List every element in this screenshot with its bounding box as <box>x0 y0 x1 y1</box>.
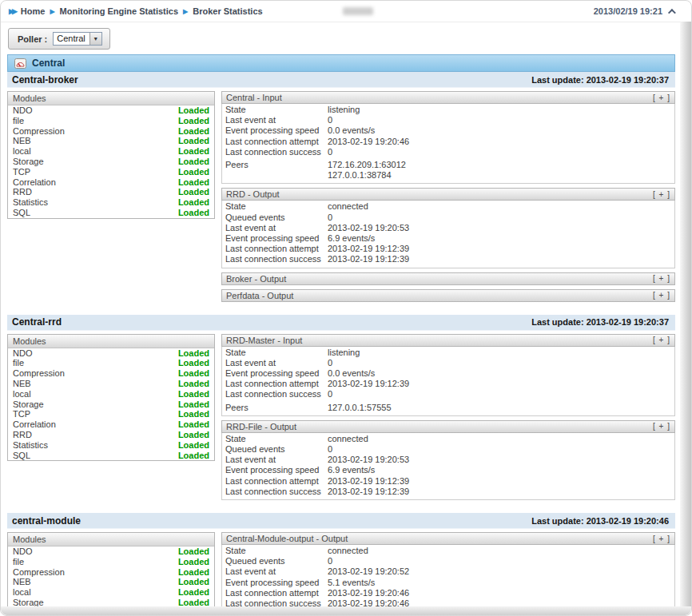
stat-label: Queued events <box>225 556 328 566</box>
stat-label: Last event at <box>225 223 328 233</box>
panel-header[interactable]: RRD-Master - Input[ + ] <box>221 334 675 347</box>
stat-label: Last event at <box>225 358 328 368</box>
panel-header[interactable]: RRD - Output[ + ] <box>221 188 675 201</box>
stat-row: 127.0.0.1:38784 <box>225 170 671 181</box>
module-name: file <box>13 358 24 368</box>
stat-value: 127.0.0.1:57555 <box>328 403 392 413</box>
breadcrumb-item[interactable]: Broker Statistics <box>193 6 262 16</box>
stat-label: State <box>225 201 328 212</box>
breadcrumb-item[interactable]: Monitoring Engine Statistics <box>60 6 179 16</box>
module-status: Loaded <box>178 399 209 410</box>
stat-row: Last connection attempt2013-02-19 19:20:… <box>225 137 671 147</box>
section-last-update: Last update: 2013-02-19 19:20:37 <box>531 317 669 327</box>
module-row: NEBLoaded <box>8 577 214 587</box>
expand-button[interactable]: [ + ] <box>653 535 670 543</box>
panel-body: StatelisteningLast event at0Event proces… <box>221 104 675 184</box>
modules-header: Modules <box>8 335 214 348</box>
stat-label: Peers <box>225 403 328 413</box>
breadcrumb-arrow-icon: ▶ <box>50 8 54 15</box>
stat-label: Last connection success <box>225 487 328 497</box>
stat-value: 6.9 events/s <box>328 233 375 244</box>
stat-label: Event processing speed <box>225 125 328 136</box>
expand-button[interactable]: [ + ] <box>653 93 670 102</box>
module-name: Correlation <box>13 177 56 188</box>
section-header: Central-rrdLast update: 2013-02-19 19:20… <box>7 315 675 331</box>
module-row: CompressionLoaded <box>8 126 214 137</box>
panel-body: StateconnectedQueued events0Last event a… <box>221 433 675 500</box>
module-status: Loaded <box>178 208 209 218</box>
module-name: NDO <box>13 546 32 557</box>
module-status: Loaded <box>178 440 209 451</box>
stat-row: Queued events0 <box>225 444 671 455</box>
expand-button[interactable]: [ + ] <box>653 336 670 344</box>
stat-row: Last connection success0 <box>225 147 671 157</box>
module-status: Loaded <box>178 167 209 177</box>
stat-row: Queued events0 <box>225 213 671 223</box>
poller-select[interactable]: Central ▼ <box>53 32 101 46</box>
stat-value: 0.0 events/s <box>328 125 375 136</box>
panel-header[interactable]: Central-Module-output - Output[ + ] <box>221 532 675 545</box>
stat-value: 2013-02-19 19:20:53 <box>328 223 409 233</box>
panel-header[interactable]: RRD-File - Output[ + ] <box>221 420 675 433</box>
stat-value: 0 <box>328 213 332 223</box>
module-name: local <box>13 146 31 157</box>
stat-value: listening <box>328 348 360 358</box>
panel-header[interactable]: Broker - Output[ + ] <box>221 272 675 285</box>
breadcrumb-arrow-icon: ▶ <box>183 8 188 15</box>
expand-button[interactable]: [ + ] <box>653 291 670 300</box>
module-status: Loaded <box>178 419 209 430</box>
panel: RRD-Master - Input[ + ]StatelisteningLas… <box>221 334 675 416</box>
poller-group-title: Central <box>32 58 65 69</box>
stat-row: Last event at2013-02-19 19:20:52 <box>225 566 671 577</box>
expand-button[interactable]: [ + ] <box>653 190 670 199</box>
module-name: Compression <box>13 126 65 137</box>
module-status: Loaded <box>178 389 209 399</box>
panels-column: Central-Module-output - Output[ + ]State… <box>221 532 675 616</box>
stat-value: connected <box>328 201 368 212</box>
stat-row: Peers172.16.209.1:63012 <box>225 160 671 170</box>
module-name: local <box>13 389 31 399</box>
section-header: Central-brokerLast update: 2013-02-19 19… <box>7 72 675 88</box>
module-row: NEBLoaded <box>8 136 214 146</box>
module-row: fileLoaded <box>8 557 214 567</box>
stat-value: 127.0.0.1:38784 <box>328 170 392 181</box>
module-row: TCPLoaded <box>8 409 214 419</box>
panel-title: Perfdata - Output <box>226 291 293 300</box>
expand-button[interactable]: [ + ] <box>653 422 670 431</box>
module-status: Loaded <box>178 136 209 146</box>
section-body: ModulesNDOLoadedfileLoadedCompressionLoa… <box>7 331 675 513</box>
stat-value: connected <box>328 546 368 556</box>
module-name: Storage <box>13 399 44 410</box>
module-row: localLoaded <box>8 146 214 157</box>
module-name: NEB <box>13 136 31 146</box>
clock: 2013/02/19 19:21 <box>594 6 662 16</box>
module-status: Loaded <box>178 368 209 379</box>
stat-row: Event processing speed0.0 events/s <box>225 125 671 136</box>
panel: Central - Input[ + ]StatelisteningLast e… <box>221 91 675 184</box>
stat-value: 2013-02-19 19:12:39 <box>328 254 409 264</box>
stat-value: 5.1 events/s <box>328 578 375 588</box>
stat-row: Last event at0 <box>225 115 671 125</box>
stat-label: Queued events <box>225 444 328 455</box>
panel-header[interactable]: Perfdata - Output[ + ] <box>221 289 675 302</box>
panel-title: Central - Input <box>226 93 282 102</box>
panel-title: RRD-File - Output <box>226 422 296 431</box>
panels-column: RRD-Master - Input[ + ]StatelisteningLas… <box>221 334 675 504</box>
dropdown-arrow-icon: ▼ <box>89 33 101 45</box>
module-name: Compression <box>13 567 65 578</box>
stat-label: Last connection attempt <box>225 137 328 147</box>
module-row: localLoaded <box>8 587 214 598</box>
poller-select-value: Central <box>54 33 89 45</box>
module-row: fileLoaded <box>8 116 214 126</box>
panel: Broker - Output[ + ] <box>221 272 675 285</box>
panel-body: StateconnectedQueued events0Last event a… <box>221 545 675 612</box>
stat-value: 0 <box>328 115 332 125</box>
modules-header: Modules <box>8 92 214 105</box>
stat-label: Event processing speed <box>225 578 328 588</box>
expand-button[interactable]: [ + ] <box>653 274 670 283</box>
breadcrumb-item[interactable]: Home <box>21 6 46 16</box>
chevron-up-icon[interactable] <box>668 8 676 16</box>
stat-value: 0.0 events/s <box>328 368 375 379</box>
panel-header[interactable]: Central - Input[ + ] <box>221 91 675 104</box>
stat-row: Event processing speed0.0 events/s <box>225 368 671 379</box>
